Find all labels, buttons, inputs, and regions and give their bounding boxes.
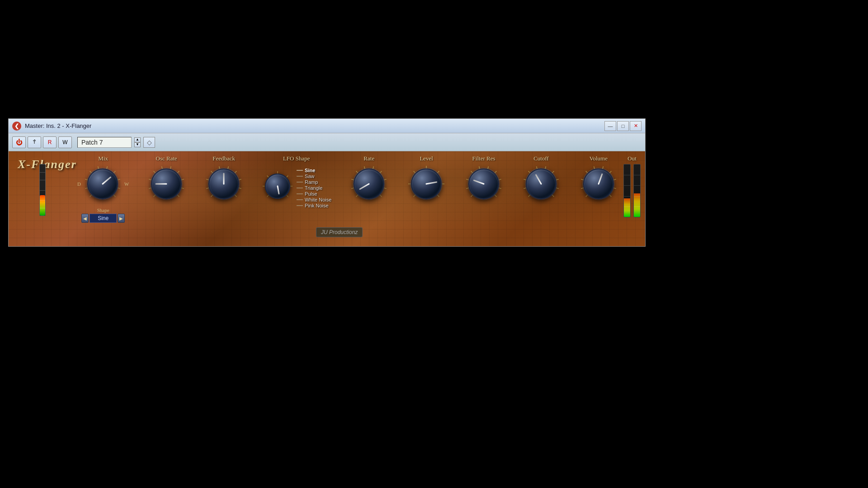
feedback-knob[interactable] (208, 169, 239, 199)
rate-label: Rate (363, 155, 374, 162)
plugin-toolbar: ⏻ T̄ R W Patch 7 ▲ ▼ ◇ (9, 133, 645, 151)
svg-line-72 (556, 188, 559, 189)
lfo-shape-sine[interactable]: Sine (305, 168, 315, 173)
shape-prev-button[interactable]: ◀ (81, 214, 89, 223)
feedback-knob-container (204, 164, 244, 204)
level-knob-container (406, 164, 446, 204)
app-icon: ❮ (12, 122, 21, 131)
write-button[interactable]: W (58, 136, 72, 148)
volume-knob[interactable] (583, 169, 614, 199)
titlebar: ❮ Master: Ins. 2 - X-Flanger — □ ✕ (9, 119, 645, 133)
svg-line-16 (177, 171, 179, 173)
svg-line-62 (499, 188, 501, 189)
filter-res-knob[interactable] (468, 169, 499, 199)
lfo-shape-ramp[interactable]: Ramp (305, 179, 318, 185)
patch-value: 7 (99, 139, 103, 146)
feedback-control: Feedback (204, 155, 244, 204)
mute-button[interactable]: T̄ (28, 136, 41, 148)
window-controls: — □ ✕ (604, 121, 642, 131)
svg-line-7 (118, 179, 120, 180)
svg-line-71 (556, 179, 559, 180)
svg-line-44 (384, 179, 387, 180)
shape-value-display: Sine (90, 214, 117, 223)
feedback-label: Feedback (212, 155, 235, 162)
output-meter-left (623, 164, 631, 217)
filter-res-control: Filter Res (464, 155, 504, 204)
mix-label: Mix (98, 155, 108, 162)
patch-up-button[interactable]: ▲ (134, 137, 141, 142)
mix-knob-container (83, 164, 123, 204)
lfo-shape-knob[interactable] (265, 174, 290, 199)
patch-down-button[interactable]: ▼ (134, 142, 141, 147)
lfo-shape-pulse[interactable]: Pulse (305, 191, 317, 197)
record-button[interactable]: R (43, 136, 57, 148)
osc-rate-control: Osc Rate (146, 155, 186, 204)
patch-label: Patch (81, 139, 98, 146)
osc-rate-knob[interactable] (151, 169, 182, 199)
shape-label: Shape (97, 207, 109, 213)
level-label: Level (420, 155, 433, 162)
svg-line-27 (239, 179, 241, 180)
minimize-button[interactable]: — (604, 121, 616, 131)
plugin-body: X-Flanger Mix D (9, 151, 645, 246)
maximize-icon: □ (622, 123, 625, 129)
filter-res-knob-container (464, 164, 504, 204)
output-meters (623, 164, 641, 217)
svg-line-34 (287, 176, 288, 178)
svg-line-80 (609, 171, 611, 173)
osc-rate-label: Osc Rate (156, 155, 177, 162)
svg-line-43 (380, 171, 382, 173)
output-meter-right (633, 164, 641, 217)
svg-line-8 (118, 188, 120, 189)
volume-label: Volume (590, 155, 608, 162)
lfo-shape-knob-container (261, 170, 294, 202)
level-control: Level (406, 155, 446, 204)
input-vu-meter (39, 164, 46, 216)
record-icon: R (48, 139, 52, 145)
close-button[interactable]: ✕ (630, 121, 642, 131)
shape-next-button[interactable]: ▶ (118, 214, 125, 223)
svg-line-17 (181, 179, 184, 180)
lfo-shape-triangle[interactable]: Triangle (305, 185, 322, 191)
svg-line-15 (170, 166, 171, 169)
rate-control: Rate (349, 155, 389, 204)
window-title: Master: Ins. 2 - X-Flanger (25, 122, 604, 129)
out-label: Out (627, 155, 637, 162)
maximize-button[interactable]: □ (617, 121, 629, 131)
level-knob[interactable] (411, 169, 442, 199)
svg-line-75 (581, 188, 584, 189)
cutoff-knob[interactable] (526, 169, 557, 199)
lfo-shape-saw[interactable]: Saw (305, 174, 314, 179)
brand-watermark: JU Productionz (316, 227, 363, 237)
lfo-shape-white-noise[interactable]: White Noise (305, 197, 331, 202)
patch-arrows: ▲ ▼ (134, 137, 141, 147)
power-button[interactable]: ⏻ (12, 136, 26, 148)
cutoff-label: Cutoff (533, 155, 549, 162)
svg-line-81 (613, 179, 616, 180)
svg-line-6 (113, 171, 115, 173)
write-icon: W (62, 139, 67, 145)
patch-display: Patch 7 (77, 137, 132, 148)
svg-line-82 (613, 188, 616, 189)
svg-line-61 (499, 179, 501, 180)
close-icon: ✕ (634, 123, 638, 129)
mix-knob[interactable] (87, 169, 118, 199)
volume-knob-container (579, 164, 618, 204)
cutoff-control: Cutoff (521, 155, 561, 204)
patch-diamond-button[interactable]: ◇ (143, 137, 155, 148)
lfo-shape-pink-noise[interactable]: Pink Noise (305, 203, 329, 208)
svg-line-45 (384, 188, 387, 189)
mix-w-label: W (124, 181, 129, 187)
svg-line-51 (437, 171, 439, 173)
volume-control: Volume (579, 155, 618, 204)
lfo-shape-label: LFO Shape (283, 155, 310, 162)
svg-line-18 (181, 188, 184, 189)
mix-control: Mix D (77, 155, 129, 223)
svg-line-28 (239, 188, 241, 189)
svg-line-70 (552, 171, 554, 173)
plugin-title: X-Flanger (18, 158, 77, 171)
osc-rate-knob-container (146, 164, 186, 204)
rate-knob[interactable] (354, 169, 384, 199)
mute-icon: T̄ (33, 140, 36, 145)
lfo-shapes-list: Sine Saw Ramp Triangle (297, 168, 331, 208)
